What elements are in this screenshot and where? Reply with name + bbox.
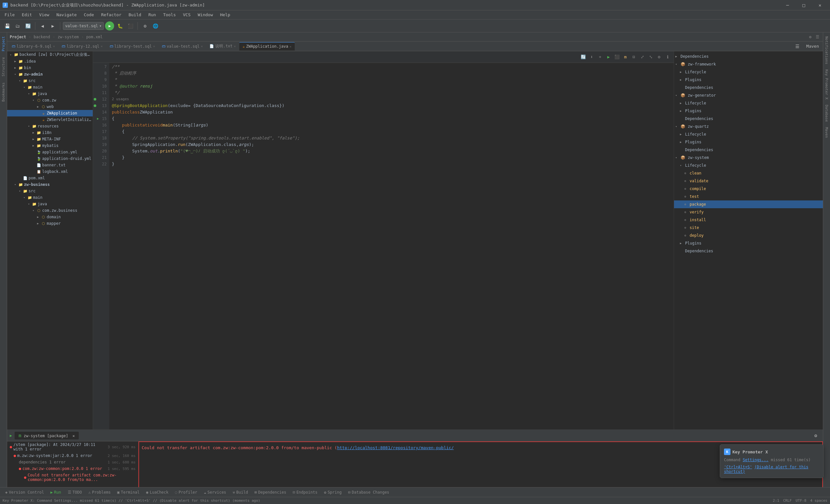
btoolbar-run[interactable]: ▶ Run: [48, 490, 64, 495]
tree-mapper[interactable]: ▶ ⬡ mapper: [7, 220, 93, 227]
maven-verify[interactable]: ⚙ verify: [674, 208, 823, 216]
run-button[interactable]: ▶: [105, 22, 114, 30]
menu-vcs[interactable]: VCS: [180, 11, 194, 19]
tree-logback-xml[interactable]: 📋 logback.xml: [7, 168, 93, 175]
tree-java2[interactable]: ▾ 📁 java: [7, 201, 93, 207]
maven-lifecycle-quartz[interactable]: ▶ Lifecycle: [674, 130, 823, 138]
btoolbar-profiler[interactable]: ◌ Profiler: [172, 490, 200, 495]
error-link[interactable]: http://localhost:8081/repository/maven-p…: [337, 445, 454, 450]
maven-deps[interactable]: ▶ Dependencies: [674, 53, 823, 60]
toolbar-forward[interactable]: ▶: [48, 22, 57, 30]
maven-test[interactable]: ⚙ test: [674, 193, 823, 200]
run-tab-zwsystem[interactable]: m zw-system [package] ✕: [14, 432, 78, 439]
bc-pomxml[interactable]: pom.xml: [86, 35, 103, 39]
maven-lifecycle-system[interactable]: ▾ Lifecycle: [674, 161, 823, 169]
tree-i18n[interactable]: ▶ 📁 i18n: [7, 129, 93, 136]
run-item-transfer-error[interactable]: ● Could not transfer artifact com.zw:zw-…: [7, 472, 138, 483]
tree-mybatis[interactable]: ▶ 📁 mybatis: [7, 143, 93, 149]
debug-button[interactable]: 🐛: [116, 22, 125, 30]
kp-settings-link[interactable]: Settings...: [743, 458, 768, 462]
tree-main[interactable]: ▾ 📁 main: [7, 84, 93, 91]
menu-build[interactable]: Build: [125, 11, 145, 19]
minimize-button[interactable]: ─: [780, 0, 795, 10]
toolbar-sync[interactable]: 🔄: [23, 22, 32, 30]
run-panel-settings-btn[interactable]: ⚙: [811, 431, 820, 440]
maven-install[interactable]: ⚙ install: [674, 216, 823, 224]
btoolbar-terminal[interactable]: ▣ Terminal: [115, 490, 142, 495]
maven-plugins-fw[interactable]: ▶ Plugins: [674, 76, 823, 84]
tab-library-12[interactable]: 🗃 library-12.sql ✕: [58, 42, 106, 51]
tree-app-druid-yml[interactable]: 🍃 application-druid.yml: [7, 155, 93, 162]
run-item-common[interactable]: ● com.zw:zw-common:pom:2.0.0 1 error 1 s…: [7, 465, 138, 472]
maven-clean[interactable]: ⚙ clean: [674, 169, 823, 177]
maven-deploy[interactable]: ⚙ deploy: [674, 231, 823, 239]
left-tab-bookmarks[interactable]: Bookmarks: [0, 80, 6, 104]
menu-window[interactable]: Window: [195, 11, 216, 19]
tree-banner-txt[interactable]: 📄 banner.txt: [7, 162, 93, 168]
run-item-main[interactable]: ● /stem [package]: At 2024/3/27 10:11 wi…: [7, 441, 138, 452]
maven-zw-framework[interactable]: ▾ 📦 zw-framework: [674, 60, 823, 68]
tree-bin[interactable]: ▶ 📁 bin: [7, 65, 93, 71]
btoolbar-db-changes[interactable]: ⊟ Database Changes: [346, 490, 392, 495]
maven-zw-quartz[interactable]: ▾ 📦 zw-quartz: [674, 123, 823, 130]
tree-comzwbiz[interactable]: ▾ ⬡ com.zw.business: [7, 207, 93, 214]
maven-plugins-system[interactable]: ▶ Plugins: [674, 239, 823, 247]
maven-site[interactable]: ⚙ site: [674, 224, 823, 231]
run-item-deps[interactable]: dependencies 1 error 1 sec, 600 ms: [7, 459, 138, 465]
editor-settings-btn[interactable]: ☰: [793, 42, 802, 51]
tree-pom-xml[interactable]: 📄 pom.xml: [7, 175, 93, 181]
menu-file[interactable]: File: [1, 11, 18, 19]
code-editor[interactable]: 7 8 9 10 11 12 13: [93, 63, 674, 430]
maven-stop-btn[interactable]: ⬛: [613, 54, 620, 61]
menu-edit[interactable]: Edit: [19, 11, 35, 19]
tab-library-6-9[interactable]: 🗃 library-6-9.sql ✕: [8, 42, 58, 51]
right-tab-notifications[interactable]: Notifications: [824, 34, 830, 67]
maven-run-btn[interactable]: ▶: [605, 54, 612, 61]
run-config-dropdown[interactable]: value-test.sql ▾: [63, 22, 104, 30]
maven-add-btn[interactable]: +: [597, 54, 604, 61]
tab-note[interactable]: 📄 说明.txt ✕: [206, 42, 239, 51]
project-gear-icon[interactable]: ☰: [815, 34, 820, 40]
tree-comzw[interactable]: ▾ ⬡ com.zw: [7, 97, 93, 103]
maven-skip-tests-btn[interactable]: ⊡: [630, 54, 637, 61]
tab-close-2[interactable]: ✕: [101, 44, 103, 48]
maven-plugins-gen[interactable]: ▶ Plugins: [674, 107, 823, 115]
run-tab-close[interactable]: ✕: [72, 434, 74, 438]
maven-validate[interactable]: ⚙ validate: [674, 177, 823, 185]
project-settings-icon[interactable]: ⚙: [807, 34, 813, 40]
maven-tab-label[interactable]: Maven: [806, 44, 819, 49]
menu-navigate[interactable]: Navigate: [53, 11, 80, 19]
maven-reload-btn[interactable]: 🔄: [580, 54, 587, 61]
tree-zwservlet[interactable]: ☕ ZWServletInitializer: [7, 117, 93, 123]
maximize-button[interactable]: □: [796, 0, 811, 10]
left-tab-project[interactable]: Project: [0, 34, 6, 54]
toolbar-settings[interactable]: ⚙: [140, 22, 150, 30]
maven-deps-quartz[interactable]: Dependencies: [674, 146, 823, 154]
tree-web[interactable]: ▶ ⬡ web: [7, 103, 93, 110]
btoolbar-spring[interactable]: ✿ Spring: [321, 490, 344, 495]
btoolbar-services[interactable]: ☁ Services: [201, 490, 229, 495]
tab-close-1[interactable]: ✕: [53, 44, 55, 48]
btoolbar-todo[interactable]: ☰ TODO: [65, 490, 85, 495]
btoolbar-endpoints[interactable]: ⊡ Endpoints: [290, 490, 320, 495]
kp-shortcut-key[interactable]: 'Ctrl+Alt+S': [724, 465, 752, 469]
toolbar-save[interactable]: 💾: [3, 22, 12, 30]
maven-info-btn[interactable]: ℹ: [664, 54, 671, 61]
tab-close-4[interactable]: ✕: [201, 44, 203, 48]
menu-view[interactable]: View: [36, 11, 53, 19]
tab-close-5[interactable]: ✕: [234, 44, 236, 48]
btoolbar-problems[interactable]: ⚠ Problems: [86, 490, 113, 495]
maven-m-btn[interactable]: m: [622, 54, 629, 61]
menu-code[interactable]: Code: [81, 11, 97, 19]
close-button[interactable]: ✕: [812, 0, 827, 10]
btoolbar-build[interactable]: ⚒ Build: [230, 490, 251, 495]
maven-deps-gen[interactable]: Dependencies: [674, 115, 823, 123]
tree-backend[interactable]: ▾ 📁 backend [zw] D:\Project\企业项目\shuozho…: [7, 51, 93, 58]
toolbar-back[interactable]: ◀: [38, 22, 47, 30]
bc-backend[interactable]: backend: [34, 35, 50, 39]
right-tab-maven[interactable]: Maven: [824, 125, 830, 140]
maven-lifecycle-gen[interactable]: ▶ Lifecycle: [674, 99, 823, 107]
tab-library-test[interactable]: 🗃 library-test.sql ✕: [106, 42, 159, 51]
maven-zw-system[interactable]: ▾ 📦 zw-system: [674, 154, 823, 161]
maven-package[interactable]: ⚙ package: [674, 200, 823, 208]
